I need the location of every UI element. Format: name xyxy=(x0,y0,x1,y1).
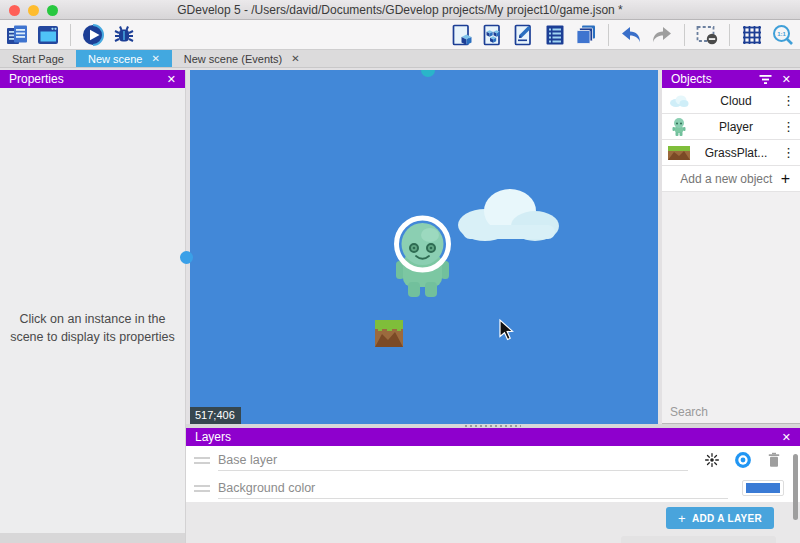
plus-icon: + xyxy=(781,170,790,188)
object-row-player[interactable]: Player ⋮ xyxy=(662,114,800,140)
background-color-swatch[interactable] xyxy=(742,480,784,496)
tab-label: New scene (Events) xyxy=(184,53,282,65)
redo-icon[interactable] xyxy=(650,23,674,47)
add-layer-label: ADD A LAYER xyxy=(692,513,762,524)
project-manager-icon[interactable] xyxy=(5,23,29,47)
plus-icon: + xyxy=(678,511,686,526)
window-mask-icon[interactable] xyxy=(695,23,719,47)
zoom-icon[interactable]: 1:1 xyxy=(771,23,795,47)
window-title: GDevelop 5 - /Users/david/Documents/GDev… xyxy=(177,3,623,17)
object-groups-icon[interactable] xyxy=(481,23,505,47)
tab-new-scene[interactable]: New scene ✕ xyxy=(76,50,172,67)
grid-icon[interactable] xyxy=(740,23,764,47)
objects-editor-icon[interactable] xyxy=(450,23,474,47)
object-name: Cloud xyxy=(690,94,782,108)
toolbar-separator xyxy=(729,24,730,46)
layers-panel-header: Layers ✕ xyxy=(186,428,800,446)
properties-bottom-strip xyxy=(0,533,185,543)
delete-layer-trash-icon[interactable] xyxy=(764,450,784,470)
start-page-icon[interactable] xyxy=(36,23,60,47)
scene-render xyxy=(190,70,658,424)
svg-text:1:1: 1:1 xyxy=(777,30,786,36)
layer-visibility-eye-icon[interactable] xyxy=(733,450,753,470)
toolbar-separator xyxy=(684,24,685,46)
properties-panel-header: Properties ✕ xyxy=(0,70,185,88)
tab-label: Start Page xyxy=(12,53,64,65)
debug-icon[interactable] xyxy=(112,23,136,47)
object-row-grassplatform[interactable]: GrassPlat... ⋮ xyxy=(662,140,800,166)
properties-editor-icon[interactable] xyxy=(512,23,536,47)
toolbar-left-group xyxy=(5,23,136,47)
layers-footer: + ADD A LAYER + ADD LIGHTING LAYER xyxy=(186,502,800,543)
objects-panel-header: Objects ✕ xyxy=(662,70,800,88)
toolbar-separator xyxy=(608,24,609,46)
layers-scrollbar[interactable] xyxy=(793,454,798,520)
layers-panel-title: Layers xyxy=(195,430,231,444)
tab-start-page[interactable]: Start Page xyxy=(0,50,76,67)
maximize-window-button[interactable] xyxy=(47,5,58,16)
grass-platform-object xyxy=(375,320,403,347)
objects-search-bar xyxy=(662,400,800,424)
object-menu-icon[interactable]: ⋮ xyxy=(782,119,794,134)
object-row-cloud[interactable]: Cloud ⋮ xyxy=(662,88,800,114)
properties-empty-message: Click on an instance in the scene to dis… xyxy=(0,310,185,346)
close-tab-icon[interactable]: ✕ xyxy=(151,54,159,64)
tab-label: New scene xyxy=(88,53,142,65)
objects-panel-title: Objects xyxy=(671,72,712,86)
add-lighting-layer-button[interactable]: + ADD LIGHTING LAYER xyxy=(621,536,776,543)
close-icon[interactable]: ✕ xyxy=(782,73,791,86)
properties-panel: Properties ✕ Click on an instance in the… xyxy=(0,70,186,543)
toolbar-right-group: 1:1 xyxy=(450,23,795,47)
layer-row-base: Base layer xyxy=(186,446,800,474)
scene-canvas[interactable]: 517;406 xyxy=(190,70,658,424)
cloud-thumbnail-icon xyxy=(668,92,690,110)
object-name: GrassPlat... xyxy=(690,146,782,160)
drag-handle-icon[interactable] xyxy=(194,485,210,492)
filter-icon[interactable] xyxy=(759,74,772,85)
player-thumbnail-icon xyxy=(668,118,690,136)
grass-platform-thumbnail-icon xyxy=(668,144,690,162)
layers-editor-icon[interactable] xyxy=(574,23,598,47)
title-bar: GDevelop 5 - /Users/david/Documents/GDev… xyxy=(0,0,800,20)
add-new-object-button[interactable]: Add a new object + xyxy=(662,166,800,192)
drag-dots xyxy=(465,425,521,427)
layers-drag-bar[interactable] xyxy=(186,424,800,428)
add-new-object-label: Add a new object xyxy=(672,172,781,186)
instances-list-icon[interactable] xyxy=(543,23,567,47)
editor-tab-bar: Start Page New scene ✕ New scene (Events… xyxy=(0,50,800,68)
close-window-button[interactable] xyxy=(9,5,20,16)
properties-panel-title: Properties xyxy=(9,72,64,86)
layers-panel: Layers ✕ Base layer xyxy=(186,424,800,543)
objects-panel: Objects ✕ Cloud ⋮ Player ⋮ xyxy=(662,70,800,424)
plus-icon: + xyxy=(635,540,643,543)
object-name: Player xyxy=(690,120,782,134)
tab-new-scene-events[interactable]: New scene (Events) ✕ xyxy=(172,50,312,67)
cursor-coordinates-badge: 517;406 xyxy=(190,407,241,424)
main-toolbar: 1:1 xyxy=(0,20,800,50)
layer-name-field[interactable]: Base layer xyxy=(218,449,688,471)
mouse-cursor xyxy=(500,320,513,340)
objects-search-input[interactable] xyxy=(670,405,800,419)
play-preview-icon[interactable] xyxy=(81,23,105,47)
layer-name-field[interactable]: Background color xyxy=(218,477,728,499)
layer-row-background-color: Background color xyxy=(186,474,800,502)
drag-handle-icon[interactable] xyxy=(194,457,210,464)
object-menu-icon[interactable]: ⋮ xyxy=(782,93,794,108)
traffic-lights xyxy=(9,5,58,16)
close-icon[interactable]: ✕ xyxy=(782,431,791,444)
close-tab-icon[interactable]: ✕ xyxy=(291,54,299,64)
undo-icon[interactable] xyxy=(619,23,643,47)
cloud-object xyxy=(458,189,559,241)
minimize-window-button[interactable] xyxy=(28,5,39,16)
close-icon[interactable]: ✕ xyxy=(167,73,176,86)
toolbar-separator xyxy=(70,24,71,46)
panel-resize-handle[interactable] xyxy=(180,251,193,264)
layer-effects-icon[interactable] xyxy=(702,450,722,470)
object-menu-icon[interactable]: ⋮ xyxy=(782,145,794,160)
add-layer-button[interactable]: + ADD A LAYER xyxy=(666,507,774,529)
